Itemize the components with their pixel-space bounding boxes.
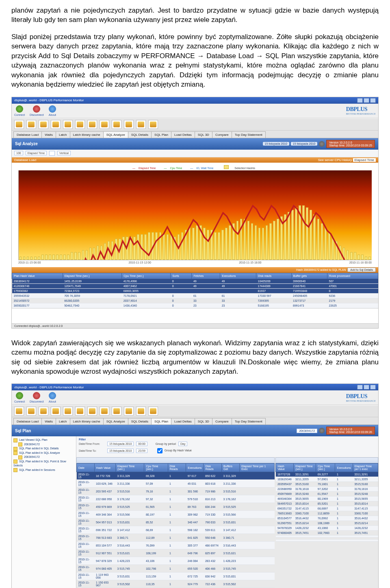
tree-node[interactable]: SQL Plan added in SQL Details bbox=[13, 446, 74, 451]
table-row[interactable]: 2010-11-15853 104 5773 516,44376,0991305… bbox=[77, 542, 275, 549]
toolbar-icon[interactable] bbox=[87, 407, 97, 416]
table-row[interactable] bbox=[276, 540, 378, 542]
connect-button[interactable]: Connect bbox=[14, 392, 25, 403]
toolbar-icon[interactable] bbox=[100, 120, 109, 129]
table-row[interactable]: 2010-11-15947 878 3291 428,22343,1061246… bbox=[77, 557, 275, 565]
toolbar-icon[interactable] bbox=[14, 120, 24, 129]
toolbar-icon[interactable] bbox=[124, 120, 134, 129]
toolbar-icon[interactable] bbox=[63, 407, 73, 416]
toolbar-icon[interactable] bbox=[124, 407, 134, 416]
toolbar-icon[interactable] bbox=[112, 120, 121, 129]
toolbar-icon[interactable] bbox=[148, 407, 158, 416]
tree-node[interactable]: SQL Plan added in SQL Analyze bbox=[13, 451, 74, 455]
toolbar-icon[interactable] bbox=[87, 120, 97, 129]
table-row[interactable]: 6963517223147,411568,689713147,4115 bbox=[276, 506, 378, 511]
tree-node[interactable]: SQL Plan added in SQL Point & Slow Selec… bbox=[13, 460, 74, 468]
group-period-select[interactable]: Day bbox=[178, 442, 187, 446]
table-row[interactable]: 2010-11-151 150 653 9673 515,502110,3519… bbox=[77, 580, 275, 588]
time-from-field[interactable]: 00:00 bbox=[136, 442, 147, 446]
sql-plan-left-table[interactable]: DateHash ValueElapsed Time (sec.)Cpu Tim… bbox=[76, 463, 275, 588]
toolbar-icon[interactable] bbox=[63, 120, 73, 129]
table-row[interactable]: 352145057266280,02052037,901403333726939… bbox=[12, 298, 378, 303]
toolbar-icon[interactable] bbox=[26, 407, 36, 416]
toolbar-icon[interactable] bbox=[39, 407, 48, 416]
tab[interactable]: SQL Plan bbox=[151, 418, 171, 425]
tree-node[interactable]: SQL Plan added in Sessions bbox=[13, 468, 74, 473]
table-row[interactable]: 9129075513515,6214108,198913515,6214 bbox=[276, 521, 378, 526]
toolbar-icon[interactable] bbox=[148, 120, 158, 129]
toolbar-icon[interactable] bbox=[39, 120, 48, 129]
tab[interactable]: Top Day Statement bbox=[232, 418, 266, 425]
table-row[interactable]: 2035954373515,516079,160113515,5160 bbox=[276, 482, 378, 487]
disconnect-button[interactable]: Disconnect bbox=[30, 105, 44, 116]
table-row[interactable]: 2010-11-15203 595 4373 515,51679,161301 … bbox=[77, 488, 275, 495]
table-row[interactable]: 1036293463211,335557,090113211,3355 bbox=[276, 477, 378, 482]
table-row[interactable]: 3555943532705 76,30597178,09210616117330… bbox=[12, 293, 378, 298]
table-row[interactable]: 2010-11-15469 346 3643 515,56680,1971309… bbox=[77, 511, 275, 518]
tab[interactable]: Top Day Statement bbox=[232, 131, 266, 138]
table-row[interactable]: 17593038272384,972368903,365581937719553… bbox=[12, 288, 378, 293]
table-row[interactable]: 2010-11-15103 629, 3463 211,33657,09145 … bbox=[77, 480, 275, 488]
time-to-field[interactable]: 23:59 bbox=[136, 449, 147, 453]
tab[interactable]: SQL Plan bbox=[151, 131, 171, 138]
plan-tree-sidebar[interactable]: Last Viewed SQL Plan 2063694172 SQL Plan… bbox=[12, 436, 76, 588]
toolbar-icon[interactable] bbox=[136, 407, 146, 416]
toolbar-icon[interactable] bbox=[26, 120, 36, 129]
table-row[interactable]: 2010-11-15786 513 6833 360,71112,891641 … bbox=[77, 534, 275, 542]
tab[interactable]: Waits bbox=[41, 131, 56, 138]
toolbar-icon[interactable] bbox=[75, 407, 85, 416]
table-row[interactable]: 9478783291428,223243,106011428,2232 bbox=[276, 526, 378, 531]
toolbar-icon[interactable] bbox=[136, 120, 146, 129]
toolbar-icon[interactable] bbox=[112, 407, 121, 416]
sql-plan-right-table[interactable]: Hash ValueElapsed Time (sec.)Cpu Time (s… bbox=[275, 463, 378, 542]
mode-select[interactable]: Elapsed Time bbox=[26, 151, 47, 155]
tree-node[interactable]: 2063694172 bbox=[18, 455, 74, 460]
tree-node[interactable]: 2063694172 bbox=[18, 442, 74, 447]
table-row[interactable]: 7865136833360,7100112,885913360,7100 bbox=[276, 511, 378, 516]
table-row[interactable]: 2226869503178,161897,320213178,1616 bbox=[276, 487, 378, 492]
table-row[interactable]: 2010-11-15974 060 4053 515,745102,798165… bbox=[77, 565, 275, 573]
tab[interactable]: Database Load bbox=[13, 131, 42, 138]
table-row[interactable]: 2010-11-1516 772 7283 311,32969,328197 6… bbox=[77, 472, 275, 480]
tab[interactable]: Compare bbox=[212, 131, 232, 138]
toolbar-icon[interactable] bbox=[14, 407, 24, 416]
table-row[interactable]: 8531045773516,443276,099213516,4432 bbox=[276, 516, 378, 521]
tab[interactable]: Load Deltas bbox=[171, 418, 195, 425]
date-from-field[interactable]: 15 listopada 2010 bbox=[107, 442, 134, 446]
tab[interactable]: Database Load bbox=[13, 418, 42, 425]
table-row[interactable]: 2010-11-15912 907 5513 515,621108,199164… bbox=[77, 549, 275, 557]
plan-hash-table[interactable]: Plan Hash ValueElapsed Time (sec.)Cpu Ti… bbox=[12, 273, 378, 308]
date-to-field[interactable]: 15 listopada 2010 bbox=[107, 449, 134, 453]
table-row[interactable]: 4126366746120471,76494007,94620494917444… bbox=[12, 283, 378, 288]
tab[interactable]: SQL 3D bbox=[195, 131, 212, 138]
toolbar-icon[interactable] bbox=[51, 120, 61, 129]
toolbar-icon[interactable] bbox=[51, 407, 61, 416]
table-row[interactable]: 9740604053515,7451102,798313515,7451 bbox=[276, 531, 378, 536]
table-row[interactable]: 365502017750462,75401436,434002323516819… bbox=[12, 303, 378, 308]
tab[interactable]: SQL Analyze bbox=[103, 418, 128, 425]
connect-button[interactable]: Connect bbox=[14, 105, 25, 116]
tab[interactable]: Compare bbox=[212, 418, 232, 425]
about-button[interactable]: About bbox=[49, 392, 56, 403]
table-row[interactable]: 4509798693515,524861,554713515,5248 bbox=[276, 492, 378, 497]
tab[interactable]: SQL 3D bbox=[195, 418, 212, 425]
tab[interactable]: Latch bbox=[56, 131, 70, 138]
table-row[interactable]: 5649570133515,831485,520113515,8314 bbox=[276, 501, 378, 506]
tab[interactable]: SQL Analyze bbox=[103, 131, 128, 138]
table-row[interactable]: 2010-11-15696 351 7223 147,41268,691598 … bbox=[77, 526, 275, 534]
table-row[interactable]: 4693463643515,565580,196913515,5655 bbox=[276, 497, 378, 501]
table-row[interactable]: 2010-11-15222 686 9503 178,16297,321579 … bbox=[77, 495, 275, 503]
tab[interactable]: Latch library cache bbox=[70, 418, 104, 425]
date-to[interactable]: 15 listopada 2010 bbox=[291, 142, 317, 146]
tab[interactable]: Waits bbox=[41, 418, 56, 425]
gear-icon[interactable] bbox=[319, 141, 325, 147]
toolbar-icon[interactable] bbox=[100, 407, 109, 416]
limit-select[interactable]: 100 bbox=[14, 151, 23, 155]
tab[interactable]: SQL Details bbox=[128, 131, 152, 138]
window-controls[interactable] bbox=[357, 385, 376, 390]
tree-node[interactable]: Last Viewed SQL Plan bbox=[13, 438, 74, 442]
group-hash-checkbox[interactable] bbox=[157, 448, 162, 453]
table-row[interactable]: 2010-11-151 119 963 0563 515,831113,1591… bbox=[77, 573, 275, 580]
window-controls[interactable] bbox=[357, 98, 376, 103]
checkbox[interactable] bbox=[49, 151, 55, 156]
